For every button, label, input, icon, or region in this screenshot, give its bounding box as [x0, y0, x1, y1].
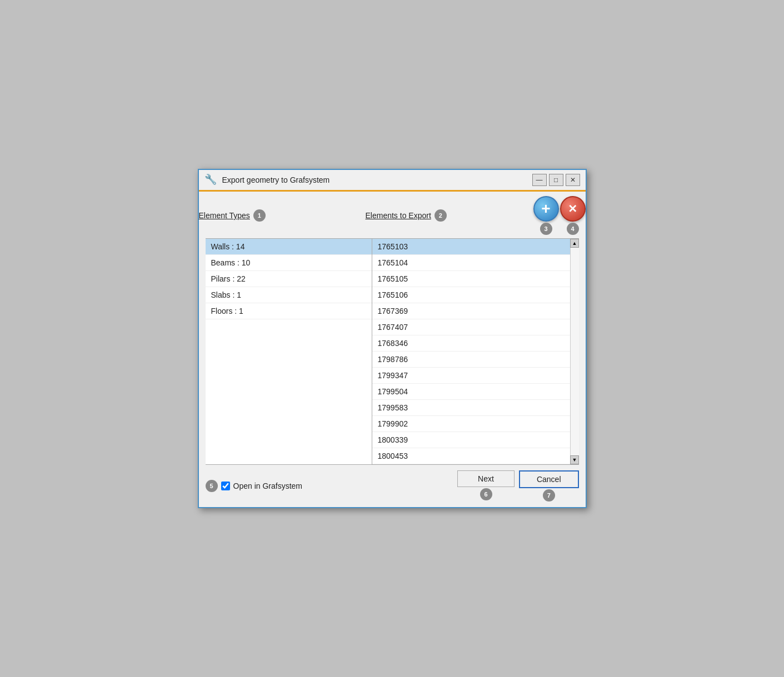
list-item[interactable]: 1798786 — [372, 352, 570, 368]
list-item[interactable]: 1799902 — [372, 416, 570, 432]
list-item[interactable]: Slabs : 1 — [206, 287, 372, 303]
scroll-up-arrow[interactable]: ▲ — [570, 239, 579, 248]
dialog-title: Export geometry to Grafsystem — [222, 175, 528, 184]
maximize-button[interactable]: □ — [549, 174, 563, 186]
cancel-button[interactable]: Cancel — [519, 470, 579, 488]
next-button-badge: 6 — [480, 488, 492, 500]
list-item[interactable]: 1767369 — [372, 303, 570, 319]
open-in-grafsystem-label: Open in Grafsystem — [233, 482, 303, 490]
list-item[interactable]: 1800339 — [372, 432, 570, 448]
list-item[interactable]: 1799347 — [372, 368, 570, 384]
list-item[interactable]: 1765106 — [372, 287, 570, 303]
elements-to-export-label: Elements to Export — [366, 211, 431, 220]
list-item[interactable]: Beams : 10 — [206, 255, 372, 271]
title-bar: 🔧 Export geometry to Grafsystem — □ ✕ — [199, 170, 586, 192]
scroll-track[interactable] — [571, 248, 579, 455]
open-in-grafsystem-area: 5 Open in Grafsystem — [206, 480, 452, 492]
add-button-badge: 3 — [540, 223, 552, 235]
list-item[interactable]: 1799504 — [372, 384, 570, 400]
list-item[interactable]: 1765105 — [372, 271, 570, 287]
element-types-label: Element Types — [199, 211, 250, 220]
list-item[interactable]: Pilars : 22 — [206, 271, 372, 287]
list-item[interactable]: Walls : 14 — [206, 239, 372, 255]
action-buttons: + 3 ✕ 4 — [533, 196, 586, 235]
next-button[interactable]: Next — [457, 470, 515, 487]
minimize-button[interactable]: — — [532, 174, 547, 186]
scrollbar[interactable]: ▲ ▼ — [570, 239, 579, 464]
left-column-header: Element Types 1 — [199, 209, 366, 222]
footer-buttons: Next 6 Cancel 7 — [457, 470, 578, 502]
elements-to-export-badge: 2 — [435, 209, 447, 222]
elements-to-export-list: 1765103 1765104 1765105 1765106 1767369 … — [372, 239, 579, 464]
remove-button[interactable]: ✕ — [560, 196, 586, 222]
right-column-header: Elements to Export 2 — [366, 209, 533, 222]
open-in-grafsystem-checkbox[interactable] — [221, 482, 230, 490]
close-button[interactable]: ✕ — [566, 174, 580, 186]
add-icon: + — [541, 201, 550, 217]
list-item[interactable]: 1767407 — [372, 319, 570, 335]
list-item[interactable]: 1799583 — [372, 400, 570, 416]
footer: 5 Open in Grafsystem Next 6 Cancel 7 — [199, 465, 586, 507]
checkbox-badge: 5 — [206, 480, 218, 492]
export-dialog: 🔧 Export geometry to Grafsystem — □ ✕ El… — [198, 169, 587, 508]
remove-button-badge: 4 — [567, 223, 579, 235]
remove-icon: ✕ — [568, 203, 577, 214]
lists-container: Walls : 14 Beams : 10 Pilars : 22 Slabs … — [206, 238, 579, 465]
cancel-button-badge: 7 — [543, 489, 555, 502]
list-item[interactable]: 1768346 — [372, 335, 570, 352]
elements-list-items[interactable]: 1765103 1765104 1765105 1765106 1767369 … — [372, 239, 570, 464]
add-button[interactable]: + — [533, 196, 559, 222]
dialog-icon: 🔧 — [204, 173, 218, 187]
list-item[interactable]: 1800453 — [372, 448, 570, 464]
column-headers: Element Types 1 Elements to Export 2 + 3… — [199, 192, 586, 238]
window-controls: — □ ✕ — [532, 174, 580, 186]
element-types-badge: 1 — [253, 209, 266, 222]
list-item[interactable]: 1765103 — [372, 239, 570, 255]
element-types-list[interactable]: Walls : 14 Beams : 10 Pilars : 22 Slabs … — [206, 239, 372, 464]
scroll-down-arrow[interactable]: ▼ — [570, 455, 579, 464]
list-item[interactable]: Floors : 1 — [206, 303, 372, 319]
list-item[interactable]: 1765104 — [372, 255, 570, 271]
